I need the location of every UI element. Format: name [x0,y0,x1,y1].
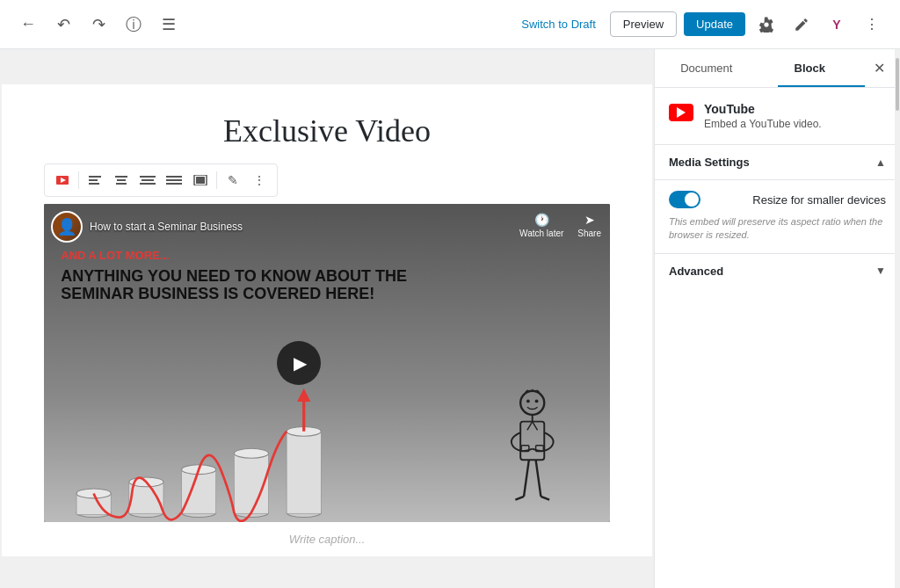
svg-point-34 [526,400,530,403]
svg-line-46 [536,461,541,497]
align-wide-icon[interactable] [135,168,160,192]
resize-hint: This embed will preserve its aspect rati… [669,215,886,243]
svg-line-42 [533,422,538,431]
svg-rect-5 [115,176,127,178]
youtube-icon [669,104,693,121]
more-block-options-icon[interactable]: ⋮ [247,168,272,192]
align-center-icon[interactable] [109,168,134,192]
svg-rect-7 [116,183,127,185]
block-description: Embed a YouTube video. [704,118,822,130]
preview-button[interactable]: Preview [610,11,677,37]
svg-marker-32 [297,388,310,402]
tab-active-indicator [778,85,866,87]
svg-line-45 [524,461,529,497]
resize-toggle[interactable] [669,191,700,208]
editor-content: Exclusive Video [2,84,652,556]
svg-rect-13 [166,183,182,185]
block-toolbar: ✎ ⋮ [44,163,610,197]
svg-rect-29 [287,432,321,513]
sidebar-scrollbar-thumb [896,58,899,111]
svg-rect-2 [89,176,101,178]
editor-area: Exclusive Video [0,49,654,588]
video-red-text: AND A LOT MORE... [61,249,411,262]
video-black-text: ANYTHING YOU NEED TO KNOW ABOUT THE SEMI… [61,267,411,303]
svg-point-33 [520,391,544,415]
list-icon[interactable]: ☰ [155,11,183,39]
align-full-icon[interactable] [162,168,186,192]
sidebar-close-button[interactable]: ✕ [861,51,896,86]
media-settings-header[interactable]: Media Settings ▲ [655,145,900,180]
svg-line-41 [527,422,533,431]
toggle-thumb [685,192,699,207]
advanced-chevron-icon: ▼ [875,265,886,277]
toggle-track [669,191,700,208]
media-settings-content: Resize for smaller devices This embed wi… [655,180,900,254]
chart-area [53,379,354,522]
toolbar-right: Switch to Draft Preview Update Y ⋮ [514,11,886,39]
svg-rect-40 [520,422,544,461]
settings-gear-icon[interactable] [752,11,780,39]
watch-later-control: 🕐 Watch later [519,213,563,238]
block-info-text: YouTube Embed a YouTube video. [704,102,822,130]
edit-icon[interactable]: ✎ [221,168,245,192]
video-controls-top: 🕐 Watch later ➤ Share [519,213,601,238]
resize-setting-row: Resize for smaller devices [669,191,886,208]
svg-rect-12 [166,179,182,181]
svg-line-48 [541,497,550,500]
svg-rect-8 [140,176,156,178]
video-block[interactable]: 👤 How to start a Seminar Business 🕐 Watc… [44,204,610,556]
back-icon[interactable]: ← [14,11,42,39]
video-channel-avatar: 👤 [51,211,83,243]
align-left-icon[interactable] [83,168,107,192]
svg-rect-3 [89,179,98,181]
info-icon[interactable]: ⓘ [120,11,148,39]
block-name: YouTube [704,102,822,116]
video-type-icon[interactable] [50,168,75,192]
yoast-icon[interactable]: Y [823,11,851,39]
svg-line-47 [516,497,525,500]
video-main-text: AND A LOT MORE... ANYTHING YOU NEED TO K… [61,249,411,303]
tab-block[interactable]: Block [758,49,862,87]
svg-rect-10 [140,183,156,185]
video-title-text: How to start a Seminar Business [90,221,243,233]
media-settings-chevron-icon: ▲ [875,156,886,169]
advanced-section-header[interactable]: Advanced ▼ [655,254,900,278]
svg-rect-11 [166,176,182,178]
svg-rect-6 [117,179,126,181]
svg-rect-23 [182,469,216,513]
stick-figure-area [464,386,601,522]
video-header: 👤 How to start a Seminar Business [51,211,243,243]
advanced-title: Advanced [669,265,723,278]
svg-rect-9 [142,179,154,181]
page-title: Exclusive Video [44,113,610,149]
video-wrapper: 👤 How to start a Seminar Business 🕐 Watc… [44,204,610,522]
toolbar-left: ← ↶ ↷ ⓘ ☰ [14,11,183,39]
svg-point-35 [535,400,539,403]
share-control: ➤ Share [577,213,601,238]
svg-rect-15 [196,177,205,184]
more-options-icon[interactable]: ⋮ [858,11,886,39]
svg-rect-4 [89,183,99,185]
sidebar-tabs: Document Block ✕ [655,49,900,88]
update-button[interactable]: Update [684,12,745,36]
main-layout: Exclusive Video [0,49,900,588]
page-title-block[interactable]: Exclusive Video [2,84,652,163]
block-info-section: YouTube Embed a YouTube video. [655,88,900,145]
media-settings-title: Media Settings [669,156,750,169]
video-content: 👤 How to start a Seminar Business 🕐 Watc… [44,204,610,522]
customize-icon[interactable] [788,11,816,39]
redo-icon[interactable]: ↷ [84,11,112,39]
top-toolbar: ← ↶ ↷ ⓘ ☰ Switch to Draft Preview Update… [0,0,900,49]
sidebar-scrollbar[interactable] [895,49,900,588]
full-width-icon[interactable] [188,168,213,192]
svg-point-27 [234,449,268,459]
undo-icon[interactable]: ↶ [49,11,77,39]
tab-document[interactable]: Document [655,49,758,87]
video-caption[interactable]: Write caption... [44,522,610,556]
resize-label: Resize for smaller devices [752,193,886,207]
switch-to-draft-button[interactable]: Switch to Draft [514,12,603,36]
right-sidebar: Document Block ✕ YouTube Embed a YouTube… [654,49,900,588]
video-bottom-area [44,379,610,522]
